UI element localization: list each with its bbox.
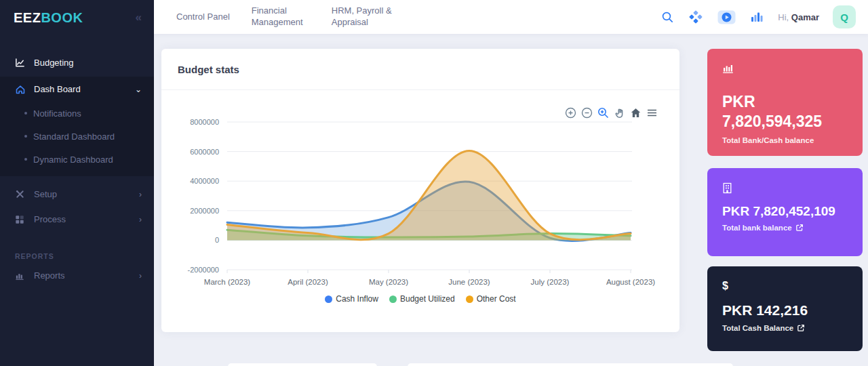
budget-stats-card: Budget stats 800000060000004000000200000…: [161, 49, 679, 332]
amount: 7,820,594,325: [722, 112, 848, 131]
svg-text:May (2023): May (2023): [369, 278, 408, 286]
user-greeting: Hi, Qamar: [778, 12, 819, 22]
grid-icon: [15, 214, 26, 225]
chevron-right-icon: ›: [139, 215, 142, 224]
sidebar-item-dashboard[interactable]: Dash Board ⌄: [0, 77, 154, 102]
sidebar-item-setup[interactable]: Setup ›: [0, 182, 154, 207]
external-link-icon[interactable]: [795, 224, 804, 232]
next-row-card-peek: [408, 363, 733, 366]
sidebar-item-reports[interactable]: Reports ›: [0, 263, 154, 288]
sidebar-item-label: Process: [34, 214, 66, 224]
svg-text:0: 0: [215, 236, 219, 244]
budget-stats-chart[interactable]: 80000006000000400000020000000-2000000Mar…: [161, 106, 679, 291]
currency: PKR: [722, 204, 749, 218]
svg-text:2000000: 2000000: [190, 207, 219, 215]
username: Qamar: [791, 12, 819, 22]
svg-text:-2000000: -2000000: [188, 266, 220, 274]
sidebar-section-reports: REPORTS: [0, 232, 154, 263]
dashboard-group: Dash Board ⌄ Notifications Standard Dash…: [0, 77, 154, 176]
legend-label: Cash Inflow: [336, 294, 378, 304]
chart-legend: Cash InflowBudget UtilizedOther Cost: [161, 294, 679, 304]
chevron-right-icon: ›: [139, 190, 142, 199]
svg-text:4000000: 4000000: [190, 177, 219, 185]
sidebar-subitem-label: Dynamic Dashboard: [33, 155, 113, 165]
card-header: Budget stats: [161, 49, 679, 90]
logo-part2: BOOK: [41, 10, 83, 25]
svg-text:March (2023): March (2023): [204, 278, 251, 286]
card-label: Total Bank/Cash balance: [722, 136, 848, 144]
sidebar-item-standard-dashboard[interactable]: Standard Dashboard: [0, 125, 154, 148]
legend-dot: [389, 296, 397, 303]
legend-dot: [466, 296, 473, 303]
video-tutorial-icon[interactable]: [717, 9, 736, 24]
legend-item[interactable]: Budget Utilized: [389, 294, 455, 304]
chevron-right-icon: ›: [139, 271, 142, 281]
bank-building-icon: [722, 182, 848, 194]
svg-text:April (2023): April (2023): [288, 278, 328, 286]
card-amount: PKR7,820,594,325: [722, 92, 848, 132]
topbar-nav: Control Panel Financial Management HRM, …: [154, 5, 394, 28]
logo-part1: EEZ: [14, 10, 41, 25]
total-cash-balance-card[interactable]: $ PKR 142,216 Total Cash Balance: [707, 266, 863, 351]
nav-hrm-payroll[interactable]: HRM, Payroll & Appraisal: [332, 5, 394, 28]
chart-line-icon: [15, 58, 26, 68]
sidebar-collapse-icon[interactable]: «: [136, 11, 142, 24]
total-bank-cash-balance-card[interactable]: PKR7,820,594,325 Total Bank/Cash balance: [707, 49, 863, 156]
amount: 7,820,452,109: [753, 204, 835, 218]
svg-text:August (2023): August (2023): [606, 278, 655, 286]
stats-bars-icon[interactable]: [749, 9, 764, 24]
svg-text:6000000: 6000000: [190, 148, 219, 156]
sidebar-subitem-label: Notifications: [33, 108, 81, 119]
bullet-dot: [24, 112, 27, 115]
app-logo[interactable]: EEZBOOK: [14, 10, 83, 26]
card-label: Total bank balance: [722, 224, 848, 232]
sidebar-item-label: Reports: [34, 270, 65, 281]
tools-icon: [15, 189, 26, 200]
sidebar-item-budgeting[interactable]: Budgeting: [0, 50, 154, 75]
avatar[interactable]: Q: [833, 5, 856, 28]
legend-item[interactable]: Other Cost: [466, 294, 516, 304]
logo-row: EEZBOOK «: [0, 0, 154, 35]
currency: PKR: [722, 92, 848, 112]
legend-item[interactable]: Cash Inflow: [325, 294, 378, 304]
summary-cards-column: PKR7,820,594,325 Total Bank/Cash balance…: [707, 49, 863, 351]
sidebar: EEZBOOK « Budgeting Dash Board ⌄ Notific…: [0, 0, 154, 366]
total-bank-balance-card[interactable]: PKR 7,820,452,109 Total bank balance: [707, 168, 863, 256]
currency: PKR: [722, 302, 752, 318]
next-row-card-peek: [228, 363, 377, 366]
card-label: Total Cash Balance: [722, 324, 848, 332]
sidebar-item-process[interactable]: Process ›: [0, 207, 154, 232]
external-link-icon[interactable]: [797, 324, 805, 332]
legend-dot: [325, 296, 332, 303]
legend-label: Other Cost: [477, 294, 516, 304]
svg-text:8000000: 8000000: [190, 118, 219, 126]
svg-text:July (2023): July (2023): [531, 278, 570, 286]
sidebar-item-dynamic-dashboard[interactable]: Dynamic Dashboard: [0, 148, 154, 171]
topbar: Control Panel Financial Management HRM, …: [154, 0, 868, 34]
sidebar-subitem-label: Standard Dashboard: [33, 131, 115, 142]
card-amount: PKR 7,820,452,109: [722, 203, 848, 220]
bullet-dot: [24, 158, 27, 161]
sidebar-menu: Budgeting Dash Board ⌄ Notifications Sta…: [0, 35, 154, 288]
legend-label: Budget Utilized: [400, 294, 455, 304]
dollar-icon: $: [722, 280, 848, 292]
amount: 142,216: [756, 302, 808, 318]
nav-control-panel[interactable]: Control Panel: [176, 12, 230, 23]
greeting-prefix: Hi,: [778, 12, 789, 22]
sidebar-item-label: Dash Board: [34, 84, 81, 94]
label-text: Total bank balance: [722, 224, 792, 232]
sidebar-item-notifications[interactable]: Notifications: [0, 102, 154, 125]
sidebar-item-label: Setup: [34, 189, 57, 199]
chevron-down-icon: ⌄: [135, 85, 142, 94]
bar-chart-icon: [15, 270, 26, 281]
main-content: Budget stats 800000060000004000000200000…: [154, 34, 868, 366]
bar-chart-icon: [722, 62, 848, 75]
card-title: Budget stats: [178, 64, 239, 75]
bullet-dot: [24, 135, 27, 138]
search-icon[interactable]: [660, 9, 675, 24]
apps-diamond-icon[interactable]: [688, 9, 703, 24]
label-text: Total Cash Balance: [722, 324, 793, 332]
home-icon: [15, 84, 26, 95]
nav-financial-management[interactable]: Financial Management: [252, 5, 310, 28]
sidebar-item-label: Budgeting: [34, 58, 74, 68]
